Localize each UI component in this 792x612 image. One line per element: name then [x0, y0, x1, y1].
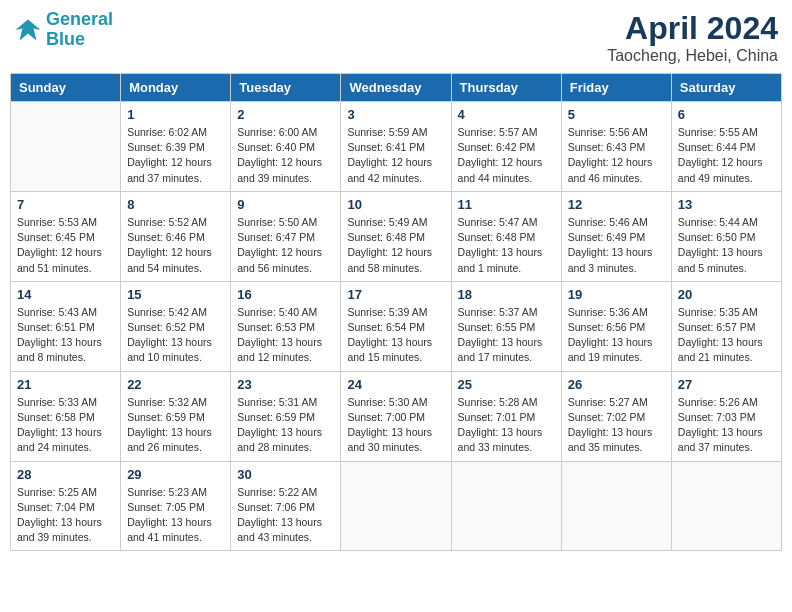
calendar-cell: 6Sunrise: 5:55 AM Sunset: 6:44 PM Daylig… [671, 102, 781, 192]
day-number: 15 [127, 287, 224, 302]
day-info: Sunrise: 5:42 AM Sunset: 6:52 PM Dayligh… [127, 305, 224, 366]
calendar-cell: 14Sunrise: 5:43 AM Sunset: 6:51 PM Dayli… [11, 281, 121, 371]
calendar-cell: 11Sunrise: 5:47 AM Sunset: 6:48 PM Dayli… [451, 191, 561, 281]
calendar-cell: 16Sunrise: 5:40 AM Sunset: 6:53 PM Dayli… [231, 281, 341, 371]
day-number: 12 [568, 197, 665, 212]
day-info: Sunrise: 5:37 AM Sunset: 6:55 PM Dayligh… [458, 305, 555, 366]
weekday-header: Saturday [671, 74, 781, 102]
svg-marker-0 [15, 19, 40, 40]
day-number: 13 [678, 197, 775, 212]
day-info: Sunrise: 5:26 AM Sunset: 7:03 PM Dayligh… [678, 395, 775, 456]
page-header: General Blue April 2024 Taocheng, Hebei,… [10, 10, 782, 65]
calendar-cell: 9Sunrise: 5:50 AM Sunset: 6:47 PM Daylig… [231, 191, 341, 281]
logo-icon [14, 16, 42, 44]
day-info: Sunrise: 6:02 AM Sunset: 6:39 PM Dayligh… [127, 125, 224, 186]
day-info: Sunrise: 5:43 AM Sunset: 6:51 PM Dayligh… [17, 305, 114, 366]
day-number: 11 [458, 197, 555, 212]
calendar-cell: 30Sunrise: 5:22 AM Sunset: 7:06 PM Dayli… [231, 461, 341, 551]
calendar-cell: 18Sunrise: 5:37 AM Sunset: 6:55 PM Dayli… [451, 281, 561, 371]
day-info: Sunrise: 5:50 AM Sunset: 6:47 PM Dayligh… [237, 215, 334, 276]
day-info: Sunrise: 5:25 AM Sunset: 7:04 PM Dayligh… [17, 485, 114, 546]
day-number: 26 [568, 377, 665, 392]
calendar-cell: 19Sunrise: 5:36 AM Sunset: 6:56 PM Dayli… [561, 281, 671, 371]
subtitle: Taocheng, Hebei, China [607, 47, 778, 65]
day-info: Sunrise: 5:52 AM Sunset: 6:46 PM Dayligh… [127, 215, 224, 276]
day-info: Sunrise: 5:33 AM Sunset: 6:58 PM Dayligh… [17, 395, 114, 456]
calendar-cell [11, 102, 121, 192]
day-info: Sunrise: 5:49 AM Sunset: 6:48 PM Dayligh… [347, 215, 444, 276]
weekday-header: Sunday [11, 74, 121, 102]
day-info: Sunrise: 5:55 AM Sunset: 6:44 PM Dayligh… [678, 125, 775, 186]
day-number: 4 [458, 107, 555, 122]
weekday-header: Monday [121, 74, 231, 102]
calendar-cell: 15Sunrise: 5:42 AM Sunset: 6:52 PM Dayli… [121, 281, 231, 371]
weekday-header: Friday [561, 74, 671, 102]
calendar-cell: 24Sunrise: 5:30 AM Sunset: 7:00 PM Dayli… [341, 371, 451, 461]
day-info: Sunrise: 6:00 AM Sunset: 6:40 PM Dayligh… [237, 125, 334, 186]
weekday-header: Tuesday [231, 74, 341, 102]
day-info: Sunrise: 5:28 AM Sunset: 7:01 PM Dayligh… [458, 395, 555, 456]
day-info: Sunrise: 5:40 AM Sunset: 6:53 PM Dayligh… [237, 305, 334, 366]
day-info: Sunrise: 5:59 AM Sunset: 6:41 PM Dayligh… [347, 125, 444, 186]
calendar-cell: 2Sunrise: 6:00 AM Sunset: 6:40 PM Daylig… [231, 102, 341, 192]
day-number: 28 [17, 467, 114, 482]
calendar-cell: 7Sunrise: 5:53 AM Sunset: 6:45 PM Daylig… [11, 191, 121, 281]
day-number: 8 [127, 197, 224, 212]
day-number: 22 [127, 377, 224, 392]
calendar-cell: 13Sunrise: 5:44 AM Sunset: 6:50 PM Dayli… [671, 191, 781, 281]
calendar-cell: 5Sunrise: 5:56 AM Sunset: 6:43 PM Daylig… [561, 102, 671, 192]
day-number: 23 [237, 377, 334, 392]
day-number: 21 [17, 377, 114, 392]
calendar-cell [671, 461, 781, 551]
day-info: Sunrise: 5:46 AM Sunset: 6:49 PM Dayligh… [568, 215, 665, 276]
day-info: Sunrise: 5:35 AM Sunset: 6:57 PM Dayligh… [678, 305, 775, 366]
day-info: Sunrise: 5:47 AM Sunset: 6:48 PM Dayligh… [458, 215, 555, 276]
day-number: 6 [678, 107, 775, 122]
day-number: 27 [678, 377, 775, 392]
calendar-cell: 22Sunrise: 5:32 AM Sunset: 6:59 PM Dayli… [121, 371, 231, 461]
day-info: Sunrise: 5:30 AM Sunset: 7:00 PM Dayligh… [347, 395, 444, 456]
day-number: 16 [237, 287, 334, 302]
calendar-cell: 1Sunrise: 6:02 AM Sunset: 6:39 PM Daylig… [121, 102, 231, 192]
day-number: 2 [237, 107, 334, 122]
day-info: Sunrise: 5:39 AM Sunset: 6:54 PM Dayligh… [347, 305, 444, 366]
calendar-table: SundayMondayTuesdayWednesdayThursdayFrid… [10, 73, 782, 551]
day-info: Sunrise: 5:44 AM Sunset: 6:50 PM Dayligh… [678, 215, 775, 276]
calendar-cell: 28Sunrise: 5:25 AM Sunset: 7:04 PM Dayli… [11, 461, 121, 551]
day-number: 18 [458, 287, 555, 302]
calendar-cell: 20Sunrise: 5:35 AM Sunset: 6:57 PM Dayli… [671, 281, 781, 371]
calendar-cell: 29Sunrise: 5:23 AM Sunset: 7:05 PM Dayli… [121, 461, 231, 551]
day-number: 17 [347, 287, 444, 302]
title-block: April 2024 Taocheng, Hebei, China [607, 10, 778, 65]
day-info: Sunrise: 5:32 AM Sunset: 6:59 PM Dayligh… [127, 395, 224, 456]
calendar-cell: 8Sunrise: 5:52 AM Sunset: 6:46 PM Daylig… [121, 191, 231, 281]
calendar-cell: 3Sunrise: 5:59 AM Sunset: 6:41 PM Daylig… [341, 102, 451, 192]
calendar-cell: 10Sunrise: 5:49 AM Sunset: 6:48 PM Dayli… [341, 191, 451, 281]
day-number: 10 [347, 197, 444, 212]
day-number: 3 [347, 107, 444, 122]
calendar-cell: 23Sunrise: 5:31 AM Sunset: 6:59 PM Dayli… [231, 371, 341, 461]
calendar-cell: 17Sunrise: 5:39 AM Sunset: 6:54 PM Dayli… [341, 281, 451, 371]
day-number: 1 [127, 107, 224, 122]
day-number: 19 [568, 287, 665, 302]
day-number: 25 [458, 377, 555, 392]
calendar-header-row: SundayMondayTuesdayWednesdayThursdayFrid… [11, 74, 782, 102]
calendar-cell [561, 461, 671, 551]
day-number: 29 [127, 467, 224, 482]
day-info: Sunrise: 5:23 AM Sunset: 7:05 PM Dayligh… [127, 485, 224, 546]
logo: General Blue [14, 10, 113, 50]
day-number: 5 [568, 107, 665, 122]
day-info: Sunrise: 5:36 AM Sunset: 6:56 PM Dayligh… [568, 305, 665, 366]
calendar-cell: 12Sunrise: 5:46 AM Sunset: 6:49 PM Dayli… [561, 191, 671, 281]
calendar-cell: 4Sunrise: 5:57 AM Sunset: 6:42 PM Daylig… [451, 102, 561, 192]
main-title: April 2024 [607, 10, 778, 47]
calendar-cell: 25Sunrise: 5:28 AM Sunset: 7:01 PM Dayli… [451, 371, 561, 461]
day-info: Sunrise: 5:31 AM Sunset: 6:59 PM Dayligh… [237, 395, 334, 456]
day-number: 20 [678, 287, 775, 302]
day-number: 30 [237, 467, 334, 482]
calendar-cell [451, 461, 561, 551]
calendar-cell [341, 461, 451, 551]
day-info: Sunrise: 5:56 AM Sunset: 6:43 PM Dayligh… [568, 125, 665, 186]
weekday-header: Thursday [451, 74, 561, 102]
weekday-header: Wednesday [341, 74, 451, 102]
